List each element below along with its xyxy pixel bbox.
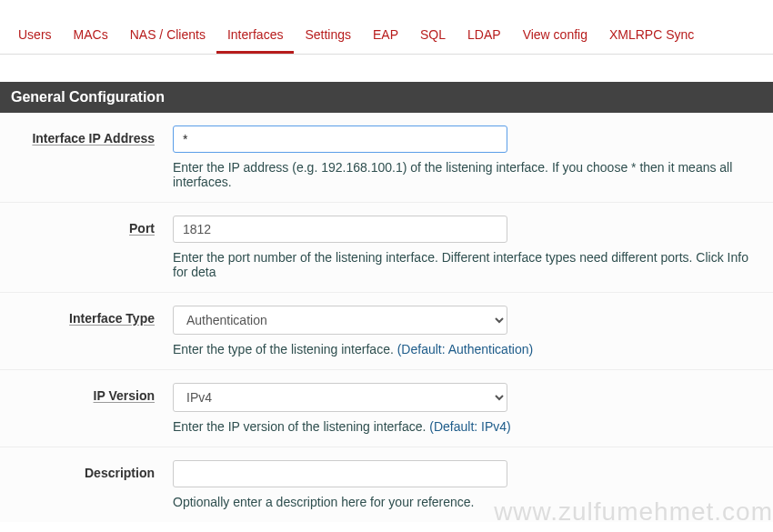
row-interface-ip: Interface IP Address Enter the IP addres…	[0, 113, 773, 203]
tab-ldap[interactable]: LDAP	[457, 18, 512, 54]
watermark: www.zulfumehmet.com	[494, 497, 773, 527]
input-description[interactable]	[173, 460, 507, 487]
input-interface-ip[interactable]	[173, 125, 507, 153]
label-interface-ip: Interface IP Address	[0, 125, 173, 189]
help-ip-version: Enter the IP version of the listening in…	[173, 419, 764, 434]
input-port[interactable]	[173, 216, 507, 243]
row-interface-type: Interface Type Authentication Enter the …	[0, 293, 773, 370]
tab-interfaces[interactable]: Interfaces	[216, 18, 294, 54]
row-ip-version: IP Version IPv4 Enter the IP version of …	[0, 370, 773, 447]
label-port: Port	[0, 216, 173, 279]
select-interface-type[interactable]: Authentication	[173, 306, 507, 335]
default-link-ipver[interactable]: (Default: IPv4)	[429, 419, 510, 434]
label-description: Description	[0, 460, 173, 509]
tab-sql[interactable]: SQL	[409, 18, 457, 54]
tab-settings[interactable]: Settings	[294, 18, 362, 54]
row-port: Port Enter the port number of the listen…	[0, 203, 773, 293]
tab-nas-clients[interactable]: NAS / Clients	[119, 18, 216, 54]
tab-macs[interactable]: MACs	[63, 18, 119, 54]
tab-view-config[interactable]: View config	[512, 18, 598, 54]
help-interface-type: Enter the type of the listening interfac…	[173, 342, 764, 356]
default-link-type[interactable]: (Default: Authentication)	[397, 342, 533, 356]
select-ip-version[interactable]: IPv4	[173, 383, 507, 412]
label-ip-version: IP Version	[0, 383, 173, 434]
help-port: Enter the port number of the listening i…	[173, 250, 764, 279]
form-body: Interface IP Address Enter the IP addres…	[0, 113, 773, 522]
tab-users[interactable]: Users	[7, 18, 63, 54]
tab-xmlrpc-sync[interactable]: XMLRPC Sync	[598, 18, 705, 54]
section-header: General Configuration	[0, 82, 773, 113]
help-interface-ip: Enter the IP address (e.g. 192.168.100.1…	[173, 160, 764, 189]
nav-tabs: Users MACs NAS / Clients Interfaces Sett…	[0, 0, 773, 55]
tab-eap[interactable]: EAP	[362, 18, 409, 54]
label-interface-type: Interface Type	[0, 306, 173, 356]
